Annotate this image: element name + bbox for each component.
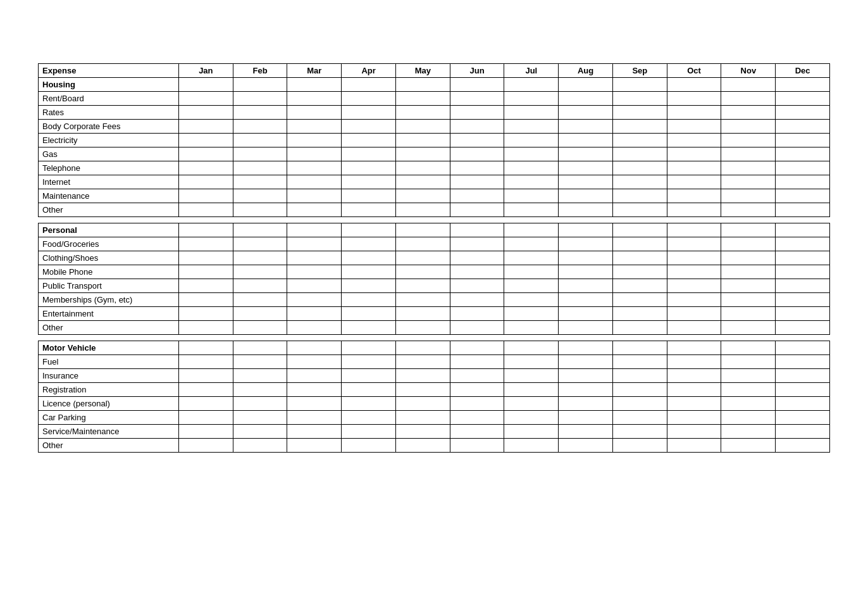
budget-cell[interactable]	[178, 134, 233, 147]
budget-cell[interactable]	[287, 397, 342, 411]
budget-cell[interactable]	[667, 175, 721, 189]
budget-cell[interactable]	[233, 237, 287, 251]
budget-cell[interactable]	[504, 369, 559, 383]
budget-cell[interactable]	[776, 425, 830, 439]
budget-cell[interactable]	[395, 307, 450, 321]
budget-cell[interactable]	[504, 161, 559, 175]
budget-cell[interactable]	[178, 251, 233, 265]
budget-cell[interactable]	[667, 321, 721, 335]
budget-cell[interactable]	[776, 355, 830, 369]
budget-cell[interactable]	[559, 265, 613, 279]
budget-cell[interactable]	[233, 279, 287, 293]
budget-cell[interactable]	[504, 251, 559, 265]
budget-cell[interactable]	[178, 369, 233, 383]
budget-cell[interactable]	[504, 307, 559, 321]
budget-cell[interactable]	[667, 383, 721, 397]
budget-cell[interactable]	[233, 175, 287, 189]
budget-cell[interactable]	[342, 279, 396, 293]
budget-cell[interactable]	[395, 106, 450, 120]
budget-cell[interactable]	[287, 279, 342, 293]
budget-cell[interactable]	[450, 120, 504, 134]
budget-cell[interactable]	[776, 265, 830, 279]
budget-cell[interactable]	[721, 369, 776, 383]
budget-cell[interactable]	[287, 106, 342, 120]
budget-cell[interactable]	[559, 175, 613, 189]
budget-cell[interactable]	[450, 175, 504, 189]
budget-cell[interactable]	[233, 321, 287, 335]
budget-cell[interactable]	[667, 251, 721, 265]
budget-cell[interactable]	[287, 355, 342, 369]
budget-cell[interactable]	[178, 279, 233, 293]
budget-cell[interactable]	[612, 397, 667, 411]
budget-cell[interactable]	[342, 307, 396, 321]
budget-cell[interactable]	[559, 189, 613, 203]
budget-cell[interactable]	[450, 321, 504, 335]
budget-cell[interactable]	[721, 279, 776, 293]
budget-cell[interactable]	[178, 92, 233, 106]
budget-cell[interactable]	[450, 237, 504, 251]
budget-cell[interactable]	[721, 425, 776, 439]
budget-cell[interactable]	[342, 355, 396, 369]
budget-cell[interactable]	[287, 265, 342, 279]
budget-cell[interactable]	[612, 425, 667, 439]
budget-cell[interactable]	[721, 411, 776, 425]
budget-cell[interactable]	[287, 425, 342, 439]
budget-cell[interactable]	[395, 293, 450, 307]
budget-cell[interactable]	[559, 369, 613, 383]
budget-cell[interactable]	[504, 237, 559, 251]
budget-cell[interactable]	[721, 134, 776, 147]
budget-cell[interactable]	[504, 397, 559, 411]
budget-cell[interactable]	[287, 411, 342, 425]
budget-cell[interactable]	[559, 355, 613, 369]
budget-cell[interactable]	[504, 425, 559, 439]
budget-cell[interactable]	[504, 439, 559, 453]
budget-cell[interactable]	[612, 251, 667, 265]
budget-cell[interactable]	[504, 411, 559, 425]
budget-cell[interactable]	[612, 265, 667, 279]
budget-cell[interactable]	[178, 397, 233, 411]
budget-cell[interactable]	[721, 307, 776, 321]
budget-cell[interactable]	[450, 134, 504, 147]
budget-cell[interactable]	[776, 189, 830, 203]
budget-cell[interactable]	[395, 161, 450, 175]
budget-cell[interactable]	[721, 189, 776, 203]
budget-cell[interactable]	[667, 265, 721, 279]
budget-cell[interactable]	[178, 175, 233, 189]
budget-cell[interactable]	[287, 92, 342, 106]
budget-cell[interactable]	[612, 321, 667, 335]
budget-cell[interactable]	[721, 293, 776, 307]
budget-cell[interactable]	[450, 251, 504, 265]
budget-cell[interactable]	[667, 425, 721, 439]
budget-cell[interactable]	[559, 425, 613, 439]
budget-cell[interactable]	[504, 293, 559, 307]
budget-cell[interactable]	[721, 439, 776, 453]
budget-cell[interactable]	[559, 120, 613, 134]
budget-cell[interactable]	[287, 321, 342, 335]
budget-cell[interactable]	[667, 161, 721, 175]
budget-cell[interactable]	[395, 92, 450, 106]
budget-cell[interactable]	[776, 147, 830, 161]
budget-cell[interactable]	[612, 293, 667, 307]
budget-cell[interactable]	[559, 397, 613, 411]
budget-cell[interactable]	[395, 425, 450, 439]
budget-cell[interactable]	[776, 92, 830, 106]
budget-cell[interactable]	[721, 355, 776, 369]
budget-cell[interactable]	[559, 307, 613, 321]
budget-cell[interactable]	[178, 355, 233, 369]
budget-cell[interactable]	[178, 120, 233, 134]
budget-cell[interactable]	[395, 175, 450, 189]
budget-cell[interactable]	[450, 279, 504, 293]
budget-cell[interactable]	[395, 237, 450, 251]
budget-cell[interactable]	[395, 134, 450, 147]
budget-cell[interactable]	[450, 383, 504, 397]
budget-cell[interactable]	[342, 265, 396, 279]
budget-cell[interactable]	[776, 175, 830, 189]
budget-cell[interactable]	[342, 106, 396, 120]
budget-cell[interactable]	[178, 383, 233, 397]
budget-cell[interactable]	[178, 321, 233, 335]
budget-cell[interactable]	[612, 161, 667, 175]
budget-cell[interactable]	[776, 307, 830, 321]
budget-cell[interactable]	[342, 251, 396, 265]
budget-cell[interactable]	[667, 369, 721, 383]
budget-cell[interactable]	[667, 120, 721, 134]
